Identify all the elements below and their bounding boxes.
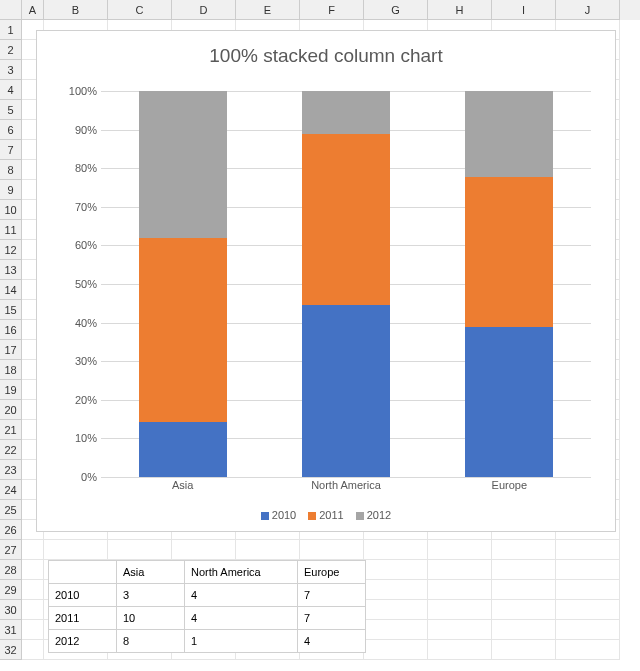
table-row[interactable]: 20111047 [49,607,366,630]
cell[interactable] [428,620,492,640]
row-header-12[interactable]: 12 [0,240,22,260]
bar-north-america[interactable] [302,91,390,477]
table-header-cell[interactable]: Europe [298,561,366,584]
cell[interactable] [108,540,172,560]
cell[interactable] [364,540,428,560]
col-header-A[interactable]: A [22,0,44,20]
cell[interactable] [556,580,620,600]
segment-2010[interactable] [302,305,390,477]
table-cell[interactable]: 1 [185,630,298,653]
row-header-18[interactable]: 18 [0,360,22,380]
segment-2011[interactable] [139,238,227,422]
row-header-17[interactable]: 17 [0,340,22,360]
col-header-H[interactable]: H [428,0,492,20]
cell[interactable] [364,580,428,600]
row-header-27[interactable]: 27 [0,540,22,560]
row-header-22[interactable]: 22 [0,440,22,460]
cell[interactable] [492,620,556,640]
table-header-cell[interactable] [49,561,117,584]
row-header-16[interactable]: 16 [0,320,22,340]
cell[interactable] [364,640,428,660]
chart-object[interactable]: 100% stacked column chart 0%10%20%30%40%… [36,30,616,532]
row-header-7[interactable]: 7 [0,140,22,160]
cell[interactable] [492,640,556,660]
table-cell[interactable]: 4 [298,630,366,653]
cell[interactable] [556,560,620,580]
col-header-D[interactable]: D [172,0,236,20]
row-header-25[interactable]: 25 [0,500,22,520]
cell[interactable] [428,580,492,600]
col-header-J[interactable]: J [556,0,620,20]
cell[interactable] [492,540,556,560]
table-header-cell[interactable]: North America [185,561,298,584]
row-header-26[interactable]: 26 [0,520,22,540]
row-header-6[interactable]: 6 [0,120,22,140]
row-header-14[interactable]: 14 [0,280,22,300]
row-header-19[interactable]: 19 [0,380,22,400]
row-header-20[interactable]: 20 [0,400,22,420]
table-cell[interactable]: 2011 [49,607,117,630]
col-header-E[interactable]: E [236,0,300,20]
row-header-23[interactable]: 23 [0,460,22,480]
chart-title[interactable]: 100% stacked column chart [37,31,615,75]
col-header-B[interactable]: B [44,0,108,20]
row-header-9[interactable]: 9 [0,180,22,200]
table-cell[interactable]: 8 [117,630,185,653]
cell[interactable] [428,540,492,560]
row-header-32[interactable]: 32 [0,640,22,660]
row-header-24[interactable]: 24 [0,480,22,500]
segment-2012[interactable] [302,91,390,134]
table-cell[interactable]: 4 [185,607,298,630]
cell[interactable] [44,540,108,560]
table-cell[interactable]: 2012 [49,630,117,653]
row-header-5[interactable]: 5 [0,100,22,120]
cell[interactable] [364,620,428,640]
row-header-1[interactable]: 1 [0,20,22,40]
col-header-I[interactable]: I [492,0,556,20]
cell[interactable] [492,560,556,580]
cell[interactable] [22,540,44,560]
segment-2011[interactable] [302,134,390,306]
cell[interactable] [428,560,492,580]
bar-europe[interactable] [465,91,553,477]
col-header-G[interactable]: G [364,0,428,20]
row-header-13[interactable]: 13 [0,260,22,280]
cell[interactable] [492,580,556,600]
cell[interactable] [22,580,44,600]
cell[interactable] [236,540,300,560]
row-header-10[interactable]: 10 [0,200,22,220]
source-data-table[interactable]: AsiaNorth AmericaEurope20103472011104720… [48,560,366,653]
cell[interactable] [364,600,428,620]
col-header-F[interactable]: F [300,0,364,20]
bar-asia[interactable] [139,91,227,477]
row-header-21[interactable]: 21 [0,420,22,440]
segment-2011[interactable] [465,177,553,327]
segment-2012[interactable] [465,91,553,177]
cell[interactable] [172,540,236,560]
table-cell[interactable]: 4 [185,584,298,607]
cell[interactable] [556,600,620,620]
legend[interactable]: 201020112012 [37,509,615,521]
cell[interactable] [428,640,492,660]
table-cell[interactable]: 7 [298,584,366,607]
cell[interactable] [22,560,44,580]
legend-item-2010[interactable]: 2010 [261,509,296,521]
cell[interactable] [556,620,620,640]
table-header-cell[interactable]: Asia [117,561,185,584]
row-header-31[interactable]: 31 [0,620,22,640]
segment-2012[interactable] [139,91,227,238]
cell[interactable] [428,600,492,620]
table-cell[interactable]: 7 [298,607,366,630]
table-cell[interactable]: 10 [117,607,185,630]
row-header-2[interactable]: 2 [0,40,22,60]
row-header-15[interactable]: 15 [0,300,22,320]
cell[interactable] [364,560,428,580]
legend-item-2012[interactable]: 2012 [356,509,391,521]
select-all-corner[interactable] [0,0,22,20]
cell[interactable] [492,600,556,620]
cell[interactable] [556,540,620,560]
legend-item-2011[interactable]: 2011 [308,509,343,521]
segment-2010[interactable] [465,327,553,477]
row-header-8[interactable]: 8 [0,160,22,180]
row-header-30[interactable]: 30 [0,600,22,620]
